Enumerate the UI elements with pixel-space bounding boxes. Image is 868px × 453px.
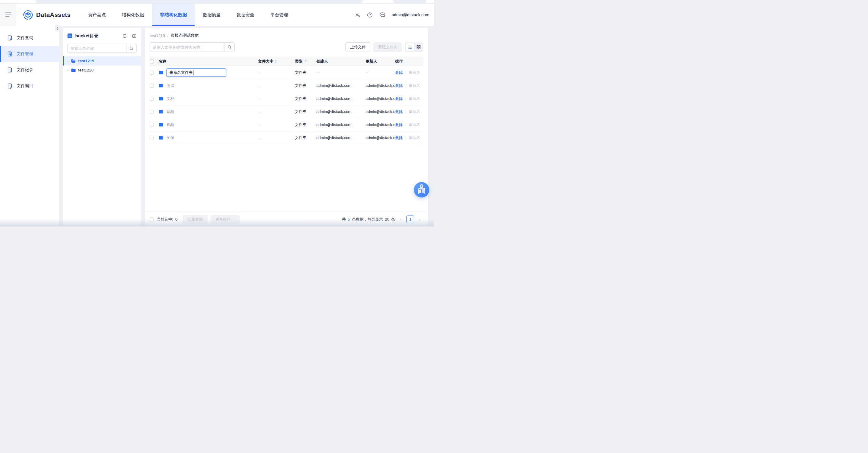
row-checkbox[interactable] [150, 84, 154, 88]
file-search-input[interactable] [150, 43, 224, 52]
delete-link[interactable]: 删除 [395, 122, 403, 128]
folder-name[interactable]: 测试 [166, 83, 174, 88]
rename-link[interactable]: 重命名 [408, 83, 420, 88]
cell-size: -- [258, 136, 295, 140]
table-body: 未命名文件夹 -- 文件夹 -- -- 删除 | 重命名 [150, 66, 423, 144]
table-row: 音频 -- 文件夹 admin@dtstack.com admin@dtstac… [150, 105, 423, 118]
nav-tab[interactable]: 资产盘点 [80, 4, 114, 26]
column-header: 类型 [295, 59, 316, 64]
select-all-checkbox[interactable] [150, 59, 154, 63]
help-icon[interactable] [367, 11, 373, 18]
guide-fab-button[interactable] [414, 182, 429, 197]
nav-tab[interactable]: 数据安全 [228, 4, 262, 26]
upload-file-button[interactable]: 上传文件 [345, 43, 370, 52]
action-divider: | [405, 122, 406, 127]
total-count: 5 [348, 217, 350, 222]
delete-link[interactable]: 删除 [395, 135, 403, 141]
tree-item[interactable]: test1219 [63, 56, 141, 65]
column-label: 文件大小 [258, 59, 273, 64]
rename-link[interactable]: 重命名 [408, 109, 420, 114]
row-checkbox[interactable] [150, 97, 154, 101]
column-label: 名称 [158, 59, 166, 64]
filter-icon[interactable] [304, 60, 308, 63]
folder-name-input-value: 未命名文件夹 [169, 70, 192, 75]
sidebar-item[interactable]: 文件记录 [0, 62, 59, 78]
total-suffix: 条 [391, 217, 395, 222]
prev-page-button[interactable]: ‹ [397, 216, 404, 223]
user-email[interactable]: admin@dtstack.com [392, 12, 429, 17]
sidebar-item[interactable]: 文件编目 [0, 78, 59, 94]
next-page-button[interactable]: › [416, 216, 423, 223]
feedback-icon[interactable] [379, 11, 386, 18]
folder-name[interactable]: 视频 [166, 122, 174, 128]
batch-delete-button[interactable]: 批量删除 [183, 215, 208, 224]
top-navbar: DataAssets 资产盘点 结构化数据 非结构化数据 数据质量 数据安全 平… [0, 4, 434, 26]
nav-tab[interactable]: 平台管理 [262, 4, 296, 26]
doc-upload-icon [7, 67, 13, 73]
folder-name[interactable]: 图像 [166, 135, 174, 141]
cell-type: 文件夹 [295, 96, 316, 102]
current-page-button[interactable]: 1 [406, 216, 414, 223]
sort-icon[interactable] [275, 60, 277, 63]
bucket-panel: bucket目录 [63, 28, 141, 227]
topbar-right: admin@dtstack.com [354, 4, 434, 26]
nav-tab[interactable]: 结构化数据 [114, 4, 152, 26]
row-checkbox[interactable] [150, 123, 154, 127]
refresh-icon[interactable] [122, 33, 127, 38]
action-divider: | [405, 96, 406, 101]
rename-link[interactable]: 重命名 [408, 70, 420, 75]
more-actions-button[interactable]: 更多操作 ⌄ [211, 215, 240, 224]
sidebar-item[interactable]: 文件管理 [0, 46, 59, 62]
row-checkbox[interactable] [150, 70, 154, 75]
folder-icon [158, 83, 163, 88]
footer-select-all-checkbox[interactable] [150, 217, 154, 222]
nav-tab-label: 资产盘点 [88, 12, 106, 18]
doc-search-icon [7, 35, 13, 41]
row-checkbox[interactable] [150, 136, 154, 140]
rename-link[interactable]: 重命名 [408, 135, 420, 141]
collapse-panel-icon[interactable] [131, 33, 136, 38]
row-checkbox[interactable] [150, 110, 154, 114]
cell-updater: -- [366, 70, 395, 75]
delete-link[interactable]: 删除 [395, 70, 403, 75]
language-icon[interactable] [354, 11, 361, 18]
cell-type: 文件夹 [295, 70, 316, 75]
folder-name[interactable]: 文档 [166, 96, 174, 102]
column-header: 名称 [158, 59, 258, 64]
bucket-search-input[interactable] [67, 44, 126, 53]
file-search-button[interactable] [224, 43, 234, 52]
rename-link[interactable]: 重命名 [408, 122, 420, 128]
cell-updater: admin@dtstack.com [366, 136, 395, 140]
pagination: 共 5 条数据，每页显示 20 条 ‹ 1 › [342, 216, 423, 223]
delete-link[interactable]: 删除 [395, 83, 403, 88]
doc-edit-icon [7, 83, 13, 89]
folder-name-input[interactable]: 未命名文件夹 [166, 68, 226, 77]
sidebar-collapse-handle[interactable]: ❮ [55, 25, 60, 31]
folder-icon [158, 70, 163, 75]
brand[interactable]: DataAssets [16, 4, 76, 26]
selected-count: 0 [175, 217, 178, 222]
table-row: 测试 -- 文件夹 admin@dtstack.com admin@dtstac… [150, 79, 423, 92]
text-caret [193, 70, 193, 75]
total-prefix: 共 [342, 217, 346, 222]
bucket-panel-title: bucket目录 [75, 33, 98, 39]
delete-link[interactable]: 删除 [395, 109, 403, 114]
sidebar-toggle-button[interactable] [0, 4, 16, 26]
tree-item[interactable]: test1220 [63, 65, 141, 75]
cell-updater: admin@dtstack.com [366, 96, 395, 101]
grid-view-button[interactable] [414, 43, 423, 51]
nav-tab[interactable]: 数据质量 [195, 4, 228, 26]
action-divider: | [405, 109, 406, 114]
nav-tab[interactable]: 非结构化数据 [152, 4, 195, 26]
rename-link[interactable]: 重命名 [408, 96, 420, 102]
column-label: 更新人 [366, 59, 377, 63]
new-folder-button[interactable]: 新建文件夹 [373, 43, 402, 52]
bucket-search-button[interactable] [126, 44, 136, 53]
breadcrumb-parent[interactable]: test1219 [150, 33, 165, 38]
folder-name[interactable]: 音频 [166, 109, 174, 114]
delete-link[interactable]: 删除 [395, 96, 403, 102]
sidebar-item[interactable]: 文件查询 [0, 30, 59, 46]
table-row: 文档 -- 文件夹 admin@dtstack.com admin@dtstac… [150, 92, 423, 105]
sidebar-item-label: 文件编目 [17, 83, 33, 89]
list-view-button[interactable] [406, 43, 414, 51]
